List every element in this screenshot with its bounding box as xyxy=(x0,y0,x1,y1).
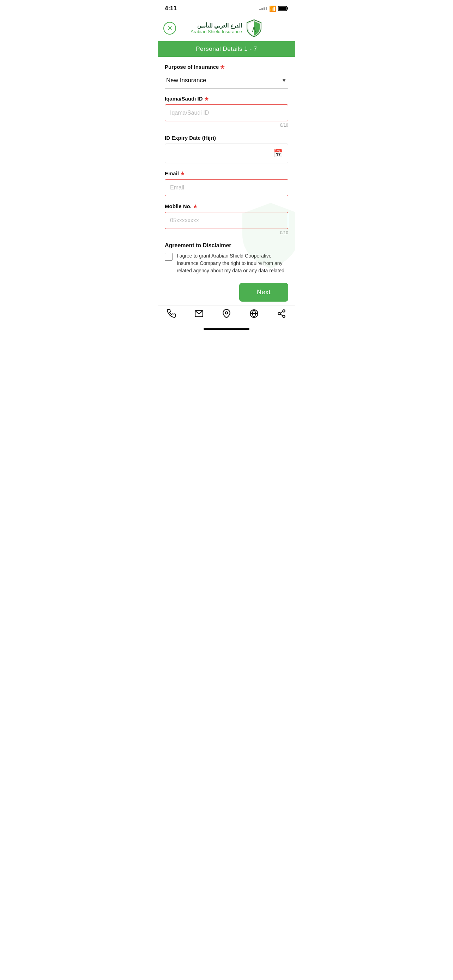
location-icon xyxy=(222,309,231,318)
battery-icon xyxy=(278,6,288,11)
nav-location[interactable] xyxy=(222,309,231,318)
phone-icon xyxy=(167,309,176,318)
email-required-star: ★ xyxy=(180,171,185,177)
status-time: 4:11 xyxy=(165,5,177,12)
agreement-checkbox[interactable] xyxy=(165,253,173,261)
close-icon: ✕ xyxy=(167,25,173,32)
iqama-counter: 0/10 xyxy=(165,123,288,128)
step-text: Personal Details 1 - 7 xyxy=(196,46,257,52)
logo-english: Arabian Shield Insurance xyxy=(191,29,242,34)
email-label: Email ★ xyxy=(165,170,288,177)
wifi-icon: 📶 xyxy=(269,5,276,12)
svg-point-4 xyxy=(226,312,228,314)
iqama-required-star: ★ xyxy=(204,96,209,102)
close-button[interactable]: ✕ xyxy=(163,22,176,35)
agreement-text: I agree to grant Arabian Shield Cooperat… xyxy=(177,252,288,274)
bottom-nav xyxy=(158,305,295,325)
form-area: Purpose of Insurance ★ New Insurance ▼ I… xyxy=(158,57,295,305)
svg-rect-1 xyxy=(287,7,288,10)
email-input[interactable] xyxy=(165,179,288,196)
purpose-value: New Insurance xyxy=(166,77,206,84)
purpose-field-group: Purpose of Insurance ★ New Insurance ▼ xyxy=(165,64,288,89)
mobile-required-star: ★ xyxy=(193,204,197,209)
purpose-label: Purpose of Insurance ★ xyxy=(165,64,288,70)
nav-globe[interactable] xyxy=(250,309,259,318)
status-bar: 4:11 📶 xyxy=(158,0,295,16)
next-button[interactable]: Next xyxy=(239,283,288,302)
svg-line-11 xyxy=(280,312,283,313)
home-indicator xyxy=(203,328,250,330)
mobile-input[interactable] xyxy=(165,212,288,229)
calendar-icon: 📅 xyxy=(273,149,283,158)
mobile-field-group: Mobile No. ★ 0/10 xyxy=(165,203,288,235)
purpose-required-star: ★ xyxy=(220,64,225,70)
step-banner: Personal Details 1 - 7 xyxy=(158,41,295,57)
app-header: ✕ الدرع العربي للتأمين Arabian Shield In… xyxy=(158,16,295,41)
email-field-group: Email ★ xyxy=(165,170,288,196)
shield-logo-icon xyxy=(246,19,262,37)
next-button-row: Next xyxy=(165,278,288,305)
nav-share[interactable] xyxy=(277,309,286,318)
dropdown-arrow-icon: ▼ xyxy=(281,77,287,84)
logo-arabic: الدرع العربي للتأمين xyxy=(197,22,242,29)
id-expiry-field-group: ID Expiry Date (Hijri) 📅 xyxy=(165,135,288,163)
iqama-label: Iqama/Saudi ID ★ xyxy=(165,95,288,102)
agreement-title: Agreement to Disclaimer xyxy=(165,242,288,249)
id-expiry-label: ID Expiry Date (Hijri) xyxy=(165,135,288,141)
mobile-label: Mobile No. ★ xyxy=(165,203,288,209)
mobile-counter: 0/10 xyxy=(165,231,288,235)
globe-icon xyxy=(250,309,259,318)
logo-text-container: الدرع العربي للتأمين Arabian Shield Insu… xyxy=(191,22,242,34)
logo-area: الدرع العربي للتأمين Arabian Shield Insu… xyxy=(191,19,262,37)
purpose-dropdown[interactable]: New Insurance ▼ xyxy=(165,73,288,89)
iqama-input[interactable] xyxy=(165,104,288,121)
nav-mail[interactable] xyxy=(194,309,203,318)
iqama-field-group: Iqama/Saudi ID ★ 0/10 xyxy=(165,95,288,128)
status-icons: 📶 xyxy=(259,5,288,12)
agreement-section: Agreement to Disclaimer I agree to grant… xyxy=(165,242,288,274)
signal-icon xyxy=(259,7,267,10)
share-icon xyxy=(277,309,286,318)
svg-line-10 xyxy=(280,314,283,316)
mail-icon xyxy=(194,309,203,318)
agreement-row: I agree to grant Arabian Shield Cooperat… xyxy=(165,252,288,274)
svg-rect-2 xyxy=(279,7,286,10)
id-expiry-date-picker[interactable]: 📅 xyxy=(165,143,288,163)
nav-phone[interactable] xyxy=(167,309,176,318)
